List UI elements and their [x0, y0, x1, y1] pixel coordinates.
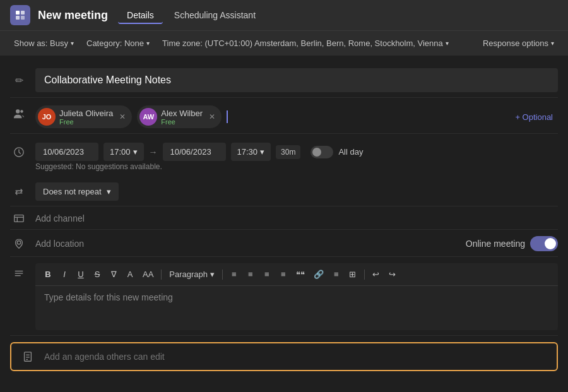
attendee-chip-jo: JO Julieta Oliveira Free ✕ — [35, 105, 132, 128]
title-content — [35, 68, 558, 92]
svg-point-4 — [16, 109, 20, 113]
suggestion-text: Suggested: No suggestions available. — [10, 162, 558, 174]
svg-rect-0 — [16, 11, 20, 15]
add-channel-text[interactable]: Add channel — [35, 213, 85, 223]
datetime-content: 10/06/2023 17:00 ▾ → 10/06/2023 17:30 ▾ … — [35, 143, 558, 161]
color-button[interactable]: A — [122, 267, 138, 282]
channel-row: Add channel — [10, 208, 558, 230]
link-button[interactable]: 🔗 — [310, 267, 328, 282]
rich-text-toolbar: B I U S ∇ A AA Paragraph ▾ ≡ ≡ ≡ ≡ ❝❝ 🔗 … — [35, 263, 558, 286]
attendees-row: JO Julieta Oliveira Free ✕ AW Alex Wilbe… — [10, 99, 558, 134]
quote-button[interactable]: ❝❝ — [292, 267, 309, 282]
remove-attendee-aw[interactable]: ✕ — [209, 112, 215, 121]
title-row: ✏ — [10, 63, 558, 98]
show-as-dropdown[interactable]: Show as: Busy ▾ — [10, 36, 78, 50]
category-dropdown[interactable]: Category: None ▾ — [83, 36, 153, 50]
svg-rect-7 — [15, 215, 23, 222]
channel-icon — [10, 213, 28, 224]
number-list-button[interactable]: ≡ — [276, 267, 291, 282]
toolbar-divider-3 — [364, 270, 365, 280]
table-button[interactable]: ⊞ — [345, 267, 360, 282]
channel-content: Add channel — [35, 213, 558, 223]
end-time-select[interactable]: 17:30 ▾ — [231, 143, 271, 161]
location-content: Add location Online meeting — [35, 236, 558, 251]
svg-point-10 — [17, 241, 20, 244]
chip-info-aw: Alex Wilber Free — [161, 109, 203, 126]
online-meeting-toggle-thumb — [545, 238, 556, 249]
optional-link[interactable]: + Optional — [510, 110, 558, 124]
attendee-chip-aw: AW Alex Wilber Free ✕ — [137, 105, 222, 128]
underline-button[interactable]: U — [73, 267, 88, 282]
strikethrough-button[interactable]: S — [90, 267, 105, 282]
editor-row: B I U S ∇ A AA Paragraph ▾ ≡ ≡ ≡ ≡ ❝❝ 🔗 … — [10, 258, 558, 336]
agenda-icon — [19, 351, 37, 362]
location-row: Add location Online meeting — [10, 231, 558, 257]
start-time-select[interactable]: 17:00 ▾ — [104, 143, 144, 161]
timezone-dropdown[interactable]: Time zone: (UTC+01:00) Amsterdam, Berlin… — [158, 36, 453, 50]
location-icon — [10, 238, 28, 249]
end-date-input[interactable]: 10/06/2023 — [163, 143, 226, 161]
repeat-icon — [10, 186, 28, 198]
svg-rect-1 — [21, 11, 25, 15]
tab-scheduling[interactable]: Scheduling Assistant — [165, 6, 264, 24]
page-title: New meeting — [38, 9, 108, 22]
online-meeting-container: Online meeting — [466, 236, 558, 251]
repeat-content: Does not repeat ▾ — [35, 182, 558, 201]
editor-textarea[interactable]: Type details for this new meeting — [35, 286, 558, 330]
repeat-row: Does not repeat ▾ — [10, 177, 558, 206]
end-time-chevron: ▾ — [260, 147, 264, 157]
timezone-chevron: ▾ — [446, 40, 449, 47]
repeat-chevron: ▾ — [107, 187, 111, 196]
avatar-jo: JO — [38, 108, 56, 126]
people-icon — [10, 108, 28, 119]
allday-label: All day — [338, 147, 363, 157]
response-options-dropdown[interactable]: Response options ▾ — [479, 36, 558, 50]
allday-toggle-thumb — [312, 148, 321, 157]
meeting-title-input[interactable] — [35, 68, 558, 92]
allday-toggle[interactable] — [311, 146, 333, 158]
undo-button[interactable]: ↩ — [369, 267, 384, 282]
attendees-list: JO Julieta Oliveira Free ✕ AW Alex Wilbe… — [35, 105, 558, 128]
indent-button[interactable]: ≡ — [329, 267, 344, 282]
response-chevron: ▾ — [551, 40, 554, 47]
repeat-dropdown[interactable]: Does not repeat ▾ — [35, 182, 119, 201]
clock-icon — [10, 146, 28, 158]
svg-point-5 — [20, 110, 23, 113]
show-as-chevron: ▾ — [71, 40, 74, 47]
editor-content: B I U S ∇ A AA Paragraph ▾ ≡ ≡ ≡ ≡ ❝❝ 🔗 … — [35, 263, 558, 330]
duration-badge: 30m — [276, 145, 300, 159]
app-icon — [10, 5, 30, 25]
text-icon — [10, 268, 28, 280]
remove-attendee-jo[interactable]: ✕ — [119, 112, 126, 121]
avatar-aw: AW — [139, 108, 157, 126]
bold-button[interactable]: B — [40, 267, 56, 282]
agenda-input[interactable] — [44, 352, 549, 362]
attendee-cursor — [227, 110, 228, 123]
chip-info-jo: Julieta Oliveira Free — [59, 109, 113, 126]
start-date-input[interactable]: 10/06/2023 — [35, 143, 98, 161]
agenda-row — [10, 342, 558, 371]
redo-button[interactable]: ↪ — [385, 267, 400, 282]
start-time-chevron: ▾ — [133, 147, 138, 157]
fontsize-button[interactable]: AA — [139, 267, 157, 282]
add-location-text[interactable]: Add location — [35, 239, 84, 249]
italic-button[interactable]: I — [57, 267, 72, 282]
main-content: ✏ JO Julieta Oliveira F — [0, 56, 568, 379]
datetime-row: 10/06/2023 17:00 ▾ → 10/06/2023 17:30 ▾ … — [10, 138, 558, 162]
online-meeting-label: Online meeting — [466, 239, 525, 249]
toolbar-divider-1 — [161, 270, 162, 280]
pencil-icon: ✏ — [10, 74, 28, 86]
format-button[interactable]: ∇ — [106, 267, 121, 282]
paragraph-dropdown[interactable]: Paragraph ▾ — [165, 267, 218, 282]
title-bar: New meeting Details Scheduling Assistant — [0, 0, 568, 30]
datetime-section: 10/06/2023 17:00 ▾ → 10/06/2023 17:30 ▾ … — [10, 135, 558, 176]
align-center-button[interactable]: ≡ — [243, 267, 258, 282]
svg-rect-2 — [16, 16, 20, 20]
align-left-button[interactable]: ≡ — [227, 267, 242, 282]
category-chevron: ▾ — [146, 40, 150, 47]
bullet-list-button[interactable]: ≡ — [259, 267, 275, 282]
attendees-content: JO Julieta Oliveira Free ✕ AW Alex Wilbe… — [35, 105, 558, 128]
tab-details[interactable]: Details — [118, 6, 163, 24]
online-meeting-toggle[interactable] — [530, 236, 558, 251]
time-arrow: → — [149, 147, 158, 157]
